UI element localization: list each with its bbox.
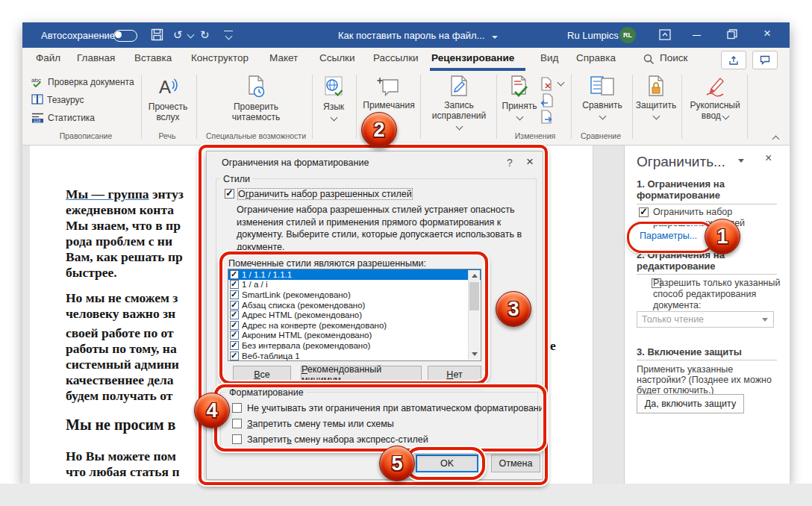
step-badge-4: 4 xyxy=(194,393,230,428)
step-badge-5: 5 xyxy=(379,446,415,481)
tab-help[interactable]: Справка xyxy=(576,52,616,63)
tab-references[interactable]: Ссылки xyxy=(319,52,355,63)
check-accessibility-button[interactable]: Проверить читаемость xyxy=(224,75,288,122)
step-badge-1: 1 xyxy=(705,219,740,254)
search-label[interactable]: Поиск xyxy=(660,52,687,63)
pane-enforce-protection-button[interactable]: Да, включить защиту xyxy=(637,394,744,413)
search-icon[interactable] xyxy=(643,54,655,65)
avatar[interactable]: RL xyxy=(619,27,636,43)
close-window-icon[interactable]: × xyxy=(763,28,771,39)
title-dropdown-caret xyxy=(492,36,498,39)
next-change-icon xyxy=(539,110,554,125)
group-separator xyxy=(356,75,357,139)
autosave-toggle[interactable] xyxy=(113,30,137,42)
language-globe-icon xyxy=(322,75,345,99)
spelling-check-button[interactable]: abc Проверка документа xyxy=(31,76,134,88)
group-separator xyxy=(196,75,197,139)
previous-change-button[interactable] xyxy=(539,93,554,108)
tab-mailings[interactable]: Рассылки xyxy=(373,52,419,63)
thesaurus-button[interactable]: Тезаурус xyxy=(31,94,84,105)
tracking-dropdown-caret xyxy=(455,123,463,131)
doc-line: быстрее. xyxy=(66,265,117,281)
comments-button[interactable] xyxy=(752,51,778,69)
group-label-accessibility: Специальные возможности xyxy=(200,131,312,140)
protect-doc-lock-icon xyxy=(646,75,666,98)
doc-line: ежедневном конта xyxy=(66,202,174,218)
restore-icon[interactable] xyxy=(727,29,737,40)
group-label-proofing: Правописание xyxy=(30,131,142,140)
tab-review[interactable]: Рецензирование xyxy=(431,52,514,63)
protect-button[interactable]: Защитить xyxy=(634,75,678,119)
protect-dropdown-caret xyxy=(652,113,660,120)
minimize-icon[interactable] xyxy=(693,35,701,36)
ink-button[interactable]: Рукописный ввод xyxy=(685,75,745,121)
group-separator xyxy=(141,75,142,139)
pane-section3-heading: 3. Включение защиты xyxy=(637,346,742,357)
pane-checkbox-label-line1: Ограничить набор xyxy=(653,207,732,217)
accessibility-doc-icon xyxy=(245,75,267,99)
doc-line: человеку важно зн xyxy=(66,306,175,322)
pane-section1-heading-line2: форматирование xyxy=(637,190,720,201)
share-button[interactable] xyxy=(721,51,746,69)
doc-line: Но мы не сможем з xyxy=(66,290,178,306)
ribbon-display-options-icon[interactable] xyxy=(659,29,671,40)
pane-dropdown-caret[interactable] xyxy=(738,159,744,163)
doc-line: Вам, как решать пр xyxy=(66,249,183,265)
next-change-button[interactable] xyxy=(539,110,554,125)
annotation-box-styles-list xyxy=(219,252,488,384)
comment-icon xyxy=(760,55,770,65)
accept-button[interactable]: Принять xyxy=(496,75,543,119)
account-name[interactable]: Ru Lumpics xyxy=(567,30,619,41)
compare-button[interactable]: Сравнить xyxy=(578,75,626,119)
reject-change-icon xyxy=(539,77,554,92)
doc-line: Мы знаем, что в пр xyxy=(66,218,181,234)
language-dropdown-caret xyxy=(330,114,337,122)
tab-design[interactable]: Конструктор xyxy=(191,52,249,63)
comment-plus-icon xyxy=(377,75,401,98)
divider xyxy=(637,360,777,360)
accept-changes-icon xyxy=(508,75,531,99)
pane-section2-heading-line2: редактирование xyxy=(637,260,716,272)
reject-change-button[interactable] xyxy=(539,77,554,92)
undo-dropdown-icon[interactable] xyxy=(187,31,195,39)
group-separator xyxy=(312,75,313,139)
compare-dropdown-caret xyxy=(599,113,606,120)
pane-close-icon[interactable]: × xyxy=(765,152,772,165)
undo-icon[interactable]: ↺ xyxy=(173,29,183,40)
group-label-changes: Изменения xyxy=(502,131,569,140)
customize-quick-access-caret[interactable] xyxy=(225,33,233,40)
pane-limit-formatting-checkbox[interactable] xyxy=(639,207,649,217)
track-changes-button[interactable]: Запись исправлений xyxy=(429,75,489,131)
pane-title: Ограничить... xyxy=(637,154,725,170)
doc-line: будем получать от xyxy=(66,388,172,404)
redo-icon[interactable]: ↻ xyxy=(200,29,210,40)
tab-file[interactable]: Файл xyxy=(36,52,60,63)
background-strip xyxy=(0,484,812,506)
restrict-editing-pane: Ограничить... × 1. Ограничения на формат… xyxy=(624,146,790,484)
document-title: Как поставить пароль на файл... xyxy=(338,30,484,41)
group-label-speech: Речь xyxy=(145,131,190,140)
save-icon[interactable] xyxy=(151,28,163,41)
tab-home[interactable]: Главная xyxy=(77,52,115,63)
language-button[interactable]: Язык xyxy=(313,75,354,120)
read-aloud-button[interactable]: A Прочесть вслух xyxy=(146,75,190,122)
group-separator xyxy=(681,75,682,139)
thesaurus-book-icon xyxy=(31,94,43,105)
pane-editing-label-line3: документа: xyxy=(653,300,701,310)
annotation-box-ok xyxy=(406,447,485,480)
svg-text:123: 123 xyxy=(34,119,40,123)
previous-change-icon xyxy=(539,93,554,108)
word-count-button[interactable]: 123 Статистика xyxy=(31,112,95,123)
pane-section1-heading-line1: 1. Ограничения на xyxy=(637,178,725,190)
ink-dropdown-caret xyxy=(722,113,730,120)
new-comment-button[interactable]: Примечания xyxy=(364,75,413,110)
tab-insert[interactable]: Вставка xyxy=(134,52,172,63)
customize-quick-access-icon[interactable] xyxy=(224,31,233,31)
document-title-area[interactable]: Как поставить пароль на файл... xyxy=(261,30,575,41)
doc-heading: Мы не просим в xyxy=(66,416,175,434)
annotation-box-formatting xyxy=(214,384,546,452)
tab-view[interactable]: Вид xyxy=(540,52,558,63)
tab-layout[interactable]: Макет xyxy=(269,52,298,63)
pane-editing-mode-dropdown[interactable]: Только чтение xyxy=(637,311,774,328)
word-count-123-icon: 123 xyxy=(31,112,44,123)
